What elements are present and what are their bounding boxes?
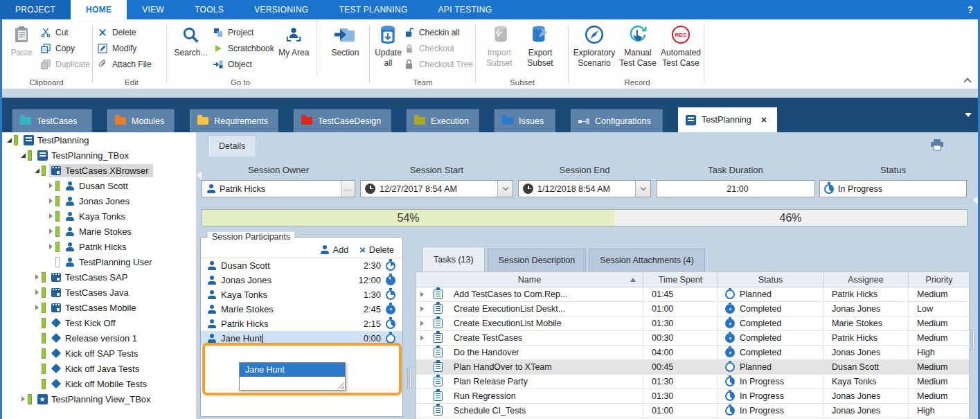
task-row[interactable]: Create ExecutionList Mobile 01:30 Comple… xyxy=(416,317,969,331)
goto-project-button[interactable]: Project xyxy=(213,26,274,38)
tree-item-testplanning-user[interactable]: TestPlanning User xyxy=(0,254,196,269)
session-end-dropdown-button[interactable] xyxy=(635,181,650,197)
menu-tab-view[interactable]: VIEW xyxy=(127,0,179,19)
doc-tab-testplanning[interactable]: TestPlanning × xyxy=(678,107,777,132)
participant-row[interactable]: Kaya Tonks 1:30 xyxy=(201,287,402,302)
column-header-name[interactable]: Name xyxy=(416,272,643,287)
expander-icon[interactable] xyxy=(18,153,28,158)
cut-button[interactable]: Cut xyxy=(40,26,90,38)
tab-overflow-icon[interactable] xyxy=(965,113,972,117)
checkout-tree-icon-button[interactable]: Checkout Tree xyxy=(404,58,473,70)
doc-tab-modules[interactable]: Modules xyxy=(107,109,175,132)
tab-details[interactable]: Details xyxy=(208,135,256,157)
delete-participant-button[interactable]: × Delete xyxy=(359,244,394,255)
modify-button[interactable]: Modify xyxy=(97,42,152,54)
expander-icon[interactable] xyxy=(46,183,55,188)
search-button[interactable]: Search... xyxy=(169,22,213,72)
update-all-button[interactable]: Update all xyxy=(373,22,404,72)
splitter-grip[interactable] xyxy=(409,368,411,389)
session-owner-input[interactable]: Patrik Hicks ... xyxy=(202,180,355,197)
participant-row[interactable]: Dusan Scott 2:30 xyxy=(201,258,402,273)
splitter-grip[interactable] xyxy=(972,330,974,350)
checkout-button[interactable]: Checkout xyxy=(404,42,473,54)
ribbon-collapse-icon[interactable] xyxy=(963,78,971,85)
expander-icon[interactable] xyxy=(418,292,427,297)
stopwatch-icon[interactable] xyxy=(386,261,395,271)
exploratory-scenario-button[interactable]: Exploratory Scenario xyxy=(571,22,617,72)
splitter-grip[interactable] xyxy=(406,368,408,389)
manual-test-case-button[interactable]: Manual Test Case xyxy=(617,22,659,72)
tree-item-kick-off-java-tests[interactable]: Kick off Java Tests xyxy=(0,361,196,376)
doc-tab-execution[interactable]: Execution xyxy=(407,109,479,132)
expander-icon[interactable] xyxy=(46,198,55,204)
task-row-selected[interactable]: Plan HandOver to XTeam 00:45 Planned Dus… xyxy=(416,360,969,375)
tree-item-kaya-tonks[interactable]: Kaya Tonks xyxy=(0,208,196,224)
expander-icon[interactable] xyxy=(418,321,427,326)
doc-tab-issues[interactable]: Issues xyxy=(495,109,555,132)
task-row[interactable]: Plan Release Party 01:30 In Progress Kay… xyxy=(416,375,969,389)
participant-row[interactable]: Patrik Hicks 2:15 xyxy=(201,317,402,331)
stopwatch-icon[interactable] xyxy=(386,276,395,285)
stopwatch-icon[interactable] xyxy=(386,334,395,344)
expander-icon[interactable] xyxy=(32,274,42,280)
stopwatch-icon[interactable] xyxy=(386,290,395,300)
participant-name-input[interactable]: Jane Hunt xyxy=(221,333,351,344)
tree-item-patrik-hicks[interactable]: Patrik Hicks xyxy=(0,239,196,254)
collapse-right-icon[interactable] xyxy=(973,196,978,204)
automated-test-case-button[interactable]: REC Automated Test Case xyxy=(659,22,703,72)
collapse-left-icon[interactable] xyxy=(197,171,202,179)
section-button[interactable]: Section xyxy=(323,22,367,72)
task-row[interactable]: Create TestCases 00:30 Completed Patrik … xyxy=(416,331,969,346)
task-row[interactable]: Run Regression 01:30 In Progress Jonas J… xyxy=(416,389,969,404)
tree-item-jonas-jones[interactable]: Jonas Jones xyxy=(0,193,196,208)
attach-file-button[interactable]: Attach File xyxy=(97,58,152,70)
column-header-time-spent[interactable]: Time Spent xyxy=(643,272,718,287)
tree-item-kick-off-sap-tests[interactable]: Kick off SAP Tests xyxy=(0,346,196,361)
checkin-all-button[interactable]: Checkin all xyxy=(404,26,473,38)
expander-icon[interactable] xyxy=(32,289,42,295)
goto-object-button[interactable]: Object xyxy=(213,58,274,70)
tab-session-description[interactable]: Session Description xyxy=(488,249,586,271)
participant-row[interactable]: Jonas Jones 12:00 xyxy=(201,273,402,287)
participant-row-editing[interactable]: Jane Hunt 0:00 xyxy=(201,331,402,346)
menu-tab-api-testing[interactable]: API TESTING xyxy=(423,0,508,19)
import-subset-button[interactable]: Import Subset xyxy=(479,22,520,72)
expander-icon[interactable] xyxy=(32,168,42,173)
my-area-button[interactable]: My Area xyxy=(274,22,314,72)
tree-item-test-kick-off[interactable]: Test Kick Off xyxy=(0,315,196,330)
tree-item-testplanning-view-tbox[interactable]: ★TestPlanning View_TBox xyxy=(0,391,196,407)
tree-item-testplanning-tbox[interactable]: TestPlanning_TBox xyxy=(0,148,196,163)
status-input[interactable]: In Progress xyxy=(819,180,967,197)
expander-icon[interactable] xyxy=(18,396,28,402)
print-icon[interactable] xyxy=(930,139,944,151)
tree-item-dusan-scott[interactable]: Dusan Scott xyxy=(0,178,196,193)
menu-tab-home[interactable]: HOME xyxy=(71,0,127,19)
tree-item-testcases-java[interactable]: TestCases Java xyxy=(0,285,196,300)
close-tab-icon[interactable]: × xyxy=(761,114,767,125)
stopwatch-icon[interactable] xyxy=(386,305,395,314)
paste-button[interactable]: Paste xyxy=(3,22,40,72)
expander-icon[interactable] xyxy=(418,306,427,312)
tree-item-marie-stokes[interactable]: Marie Stokes xyxy=(0,224,196,239)
tab-tasks[interactable]: Tasks (13) xyxy=(422,247,485,271)
expander-icon[interactable] xyxy=(46,244,55,249)
task-row[interactable]: Schedule CI_Tests 01:00 In Progress Jona… xyxy=(416,404,969,418)
menu-tab-versioning[interactable]: VERSIONING xyxy=(239,0,323,19)
tree-item-kick-off-mobile-tests[interactable]: Kick off Mobile Tests xyxy=(0,376,196,391)
add-participant-button[interactable]: Add xyxy=(321,245,348,255)
expander-icon[interactable] xyxy=(46,229,55,234)
menu-tab-test-planning[interactable]: TEST PLANNING xyxy=(324,0,423,19)
task-row[interactable]: Create ExecutionList Deskt... 01:00 Comp… xyxy=(416,302,969,317)
doc-tab-configurations[interactable]: Configurations xyxy=(571,109,663,132)
expander-icon[interactable] xyxy=(46,213,55,219)
tree-item-testcases-xbrowser[interactable]: TestCases XBrowser xyxy=(0,163,196,178)
expander-icon[interactable] xyxy=(4,138,14,143)
menu-tab-tools[interactable]: TOOLS xyxy=(179,0,239,19)
task-row[interactable]: Add TestCases to Com.Rep... 01:45 Planne… xyxy=(416,287,969,302)
menu-tab-project[interactable]: PROJECT xyxy=(0,0,71,19)
expander-icon[interactable] xyxy=(418,335,427,341)
resize-grip[interactable] xyxy=(337,382,344,389)
task-duration-input[interactable]: 21:00 xyxy=(656,180,815,197)
doc-tab-requirements[interactable]: Requirements xyxy=(190,109,278,132)
column-header-assignee[interactable]: Assignee xyxy=(823,272,909,287)
